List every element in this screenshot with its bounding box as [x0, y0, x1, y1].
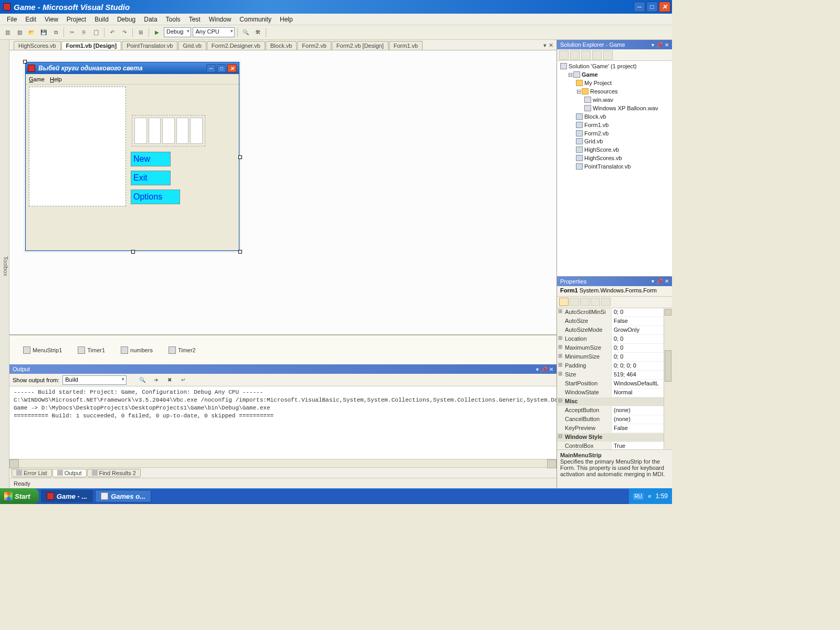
save-icon[interactable]: 💾 [38, 27, 49, 38]
language-indicator[interactable]: RU [633, 493, 644, 500]
alphabetical-icon[interactable] [570, 298, 579, 306]
panel-dropdown-icon[interactable]: ▾ [652, 42, 654, 48]
add-item-icon[interactable]: ▧ [14, 27, 25, 38]
se-viewdesigner-icon[interactable] [603, 50, 613, 60]
doctab[interactable]: Form2.vb [Design] [332, 41, 388, 50]
panel-pin-icon[interactable]: 📌 [656, 42, 663, 48]
config-combo[interactable]: Debug [164, 27, 191, 37]
cut-icon[interactable]: ✂ [67, 27, 77, 38]
system-tray[interactable]: RU « 1:59 [629, 488, 673, 504]
designed-form[interactable]: Выбей круги одинакового света ─ □ ✕ GGam… [25, 62, 239, 251]
menu-file[interactable]: File [3, 15, 20, 24]
doctab[interactable]: Form1.vb [389, 41, 423, 50]
panel-pin-icon[interactable]: 📌 [656, 278, 663, 284]
save-all-icon[interactable]: ⧉ [50, 27, 61, 38]
component-menustrip[interactable]: MenuStrip1 [23, 346, 62, 354]
categorized-icon[interactable] [559, 298, 569, 306]
property-row[interactable]: AutoSizeModeGrowOnly [557, 326, 672, 335]
slot[interactable] [134, 118, 147, 144]
restore-button[interactable]: □ [646, 2, 658, 12]
menu-window[interactable]: Window [205, 15, 235, 24]
property-row[interactable]: StartPositionWindowsDefaultL [557, 380, 672, 388]
toolbox-collapsed[interactable]: Toolbox [0, 40, 9, 488]
slot[interactable] [176, 118, 189, 144]
panel-close-icon[interactable]: ✕ [665, 278, 669, 284]
menu-debug[interactable]: Debug [113, 15, 139, 24]
property-row[interactable]: ControlBoxTrue [557, 442, 672, 450]
property-row[interactable]: ⊞Size519; 464 [557, 371, 672, 380]
property-row[interactable]: WindowStateNormal [557, 388, 672, 397]
properties-vscrollbar[interactable] [664, 308, 672, 450]
output-goto-icon[interactable]: ➜ [151, 375, 161, 385]
output-text[interactable]: ------ Build started: Project: Game, Con… [9, 386, 556, 459]
property-row[interactable]: KeyPreviewFalse [557, 424, 672, 433]
tab-dropdown-icon[interactable]: ▾ [543, 42, 547, 49]
events-icon[interactable] [591, 298, 600, 306]
clock[interactable]: 1:59 [656, 492, 668, 500]
doctab-active[interactable]: Form1.vb [Design] [61, 41, 122, 50]
doctab[interactable]: PointTranslator.vb [122, 41, 177, 50]
property-row[interactable]: ⊞AutoScrollMinSi0; 0 [557, 308, 672, 317]
open-icon[interactable]: 📂 [26, 27, 37, 38]
property-category[interactable]: ⊟Misc [557, 397, 672, 406]
form-menu-help[interactable]: Help [50, 76, 62, 82]
doctab[interactable]: Form2.vb [297, 41, 331, 50]
form-designer[interactable]: Выбей круги одинакового света ─ □ ✕ GGam… [9, 50, 556, 335]
paste-icon[interactable]: 📋 [91, 27, 101, 38]
menu-edit[interactable]: Edit [22, 15, 40, 24]
properties-icon[interactable] [580, 298, 590, 306]
slot[interactable] [149, 118, 161, 144]
panel-close-icon[interactable]: ✕ [549, 366, 553, 372]
panel-dropdown-icon[interactable]: ▾ [536, 366, 539, 372]
slot[interactable] [190, 118, 203, 144]
right-panel[interactable] [132, 115, 205, 146]
tray-chevron-icon[interactable]: « [648, 492, 652, 500]
property-row[interactable]: CancelButton(none) [557, 415, 672, 424]
new-button[interactable]: New [131, 152, 171, 166]
property-pages-icon[interactable] [601, 298, 611, 306]
menu-project[interactable]: Project [63, 15, 90, 24]
output-source-combo[interactable]: Build [62, 375, 127, 385]
menu-build[interactable]: Build [91, 15, 112, 24]
menu-tools[interactable]: Tools [162, 15, 184, 24]
component-timer2[interactable]: Timer2 [169, 346, 196, 354]
minimize-button[interactable]: ─ [634, 2, 645, 12]
property-row[interactable]: ⊞Location0; 0 [557, 335, 672, 344]
navigate-icon[interactable]: ⊞ [135, 27, 146, 38]
start-debug-icon[interactable]: ▶ [152, 27, 162, 38]
doctab[interactable]: Block.vb [266, 41, 297, 50]
tab-find-results[interactable]: Find Results 2 [87, 469, 141, 477]
tab-error-list[interactable]: Error List [12, 469, 52, 477]
menu-help[interactable]: Help [276, 15, 297, 24]
property-row[interactable]: AutoSizeFalse [557, 317, 672, 326]
undo-icon[interactable]: ↶ [107, 27, 118, 38]
exit-button[interactable]: Exit [131, 171, 171, 185]
doctab[interactable]: Grid.vb [178, 41, 206, 50]
property-row[interactable]: ⊞Padding0; 0; 0; 0 [557, 362, 672, 371]
selection-grip[interactable] [238, 250, 242, 254]
panel-dropdown-icon[interactable]: ▾ [652, 278, 654, 284]
copy-icon[interactable]: ⎘ [79, 27, 89, 38]
selection-grip[interactable] [238, 155, 242, 159]
slot[interactable] [162, 118, 175, 144]
panel-pin-icon[interactable]: 📌 [541, 366, 547, 372]
form-menustrip[interactable]: GGameame Help [26, 74, 239, 85]
menu-community[interactable]: Community [236, 15, 275, 24]
output-hscrollbar[interactable] [9, 459, 556, 467]
se-showall-icon[interactable] [570, 50, 580, 60]
property-row[interactable]: ⊞MaximumSize0; 0 [557, 344, 672, 353]
redo-icon[interactable]: ↷ [119, 27, 130, 38]
solution-tree[interactable]: Solution 'Game' (1 project) ⊟Game My Pro… [557, 61, 672, 276]
platform-combo[interactable]: Any CPU [193, 27, 235, 37]
output-find-icon[interactable]: 🔍 [137, 375, 148, 385]
toolbox-icon[interactable]: 🛠 [253, 27, 263, 38]
panel-close-icon[interactable]: ✕ [665, 42, 669, 48]
menu-data[interactable]: Data [140, 15, 161, 24]
new-project-icon[interactable]: ▥ [2, 27, 13, 38]
tab-output[interactable]: Output [52, 469, 87, 477]
options-button[interactable]: Options [131, 190, 180, 204]
se-viewcode-icon[interactable] [592, 50, 602, 60]
properties-object-combo[interactable]: Form1 System.Windows.Forms.Form [557, 286, 672, 297]
properties-grid[interactable]: ⊞AutoScrollMinSi0; 0AutoSizeFalseAutoSiz… [557, 308, 672, 450]
menu-test[interactable]: Test [185, 15, 204, 24]
